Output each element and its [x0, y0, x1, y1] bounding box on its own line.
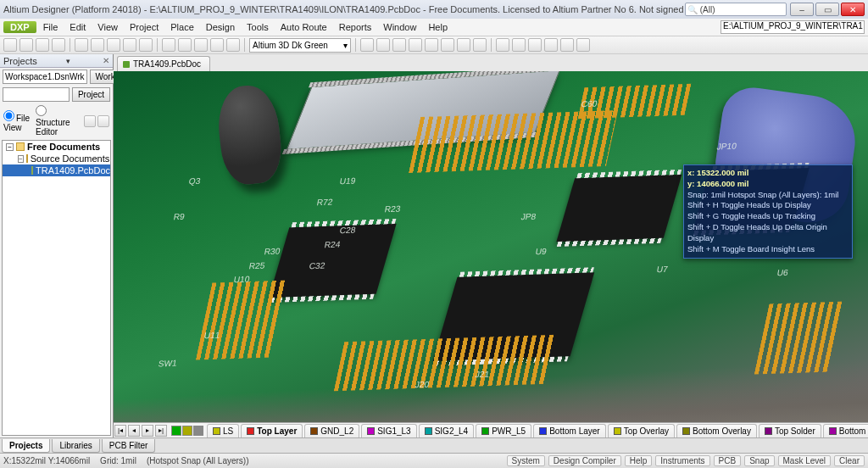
- toolbar-button[interactable]: [425, 38, 438, 52]
- panel-tab-projects[interactable]: Projects: [2, 439, 50, 453]
- pcb-3d-viewport[interactable]: R9 Q3 U19 R72 C28 R24 C32 R23 U10 R25 R3…: [114, 71, 868, 422]
- toolbar-button[interactable]: [512, 38, 526, 52]
- toolbar-button[interactable]: [75, 38, 88, 52]
- document-path-box[interactable]: E:\ALTIUM_PROJ_9_WINTER\TRA1…: [721, 20, 865, 34]
- status-button[interactable]: Snap: [744, 455, 774, 466]
- silkscreen-label: R25: [248, 260, 265, 270]
- layer-tab[interactable]: Top Layer: [241, 424, 303, 437]
- layer-tab[interactable]: PWR_L5: [476, 424, 531, 437]
- toolbar-button[interactable]: [576, 38, 590, 52]
- status-button[interactable]: PCB: [714, 455, 742, 466]
- layer-tab[interactable]: Bottom Layer: [533, 424, 605, 437]
- maximize-button[interactable]: ▭: [815, 3, 839, 16]
- silkscreen-label: JP8: [520, 211, 537, 221]
- status-button[interactable]: Clear: [834, 455, 865, 466]
- panel-tool-icon[interactable]: [97, 115, 109, 127]
- layer-tab[interactable]: SIG2_L4: [419, 424, 474, 437]
- toolbar-button[interactable]: [91, 38, 104, 52]
- menu-place[interactable]: Place: [165, 20, 199, 34]
- toolbar-button[interactable]: [3, 38, 17, 52]
- silkscreen-label: J21: [475, 370, 490, 380]
- layer-tab[interactable]: Bottom Overlay: [676, 424, 757, 437]
- radio-file-view[interactable]: File View: [3, 110, 34, 132]
- document-tab[interactable]: TRA1409.PcbDoc: [117, 56, 210, 71]
- layer-tab[interactable]: Top Overlay: [608, 424, 675, 437]
- layer-nav-prev[interactable]: ◂: [128, 425, 140, 437]
- status-button[interactable]: Help: [625, 455, 653, 466]
- layer-set-squares[interactable]: [171, 426, 203, 436]
- layer-tab[interactable]: LS: [207, 424, 239, 437]
- toolbar-button[interactable]: [409, 38, 422, 52]
- status-button[interactable]: Instruments: [655, 455, 709, 466]
- layer-tab[interactable]: Top Solder: [759, 424, 821, 437]
- toolbar-button[interactable]: [123, 38, 136, 52]
- status-button[interactable]: Mask Level: [778, 455, 832, 466]
- toolbar-button[interactable]: [226, 38, 240, 52]
- toolbar-button[interactable]: [162, 38, 175, 52]
- main-toolbar: Altium 3D Dk Green▾: [0, 36, 868, 54]
- silkscreen-label: U6: [776, 268, 789, 277]
- toolbar-button[interactable]: [52, 38, 65, 52]
- component-header-pins: [334, 334, 558, 391]
- tree-node-source-documents[interactable]: − Source Documents: [3, 153, 110, 164]
- menu-design[interactable]: Design: [201, 20, 240, 34]
- project-combo[interactable]: [3, 87, 70, 102]
- silkscreen-label: JP10: [716, 141, 737, 151]
- toolbar-button[interactable]: [36, 38, 49, 52]
- workspace-combo[interactable]: Workspace1.DsnWrk: [3, 70, 87, 84]
- menu-project[interactable]: Project: [125, 20, 164, 34]
- expander-icon[interactable]: −: [6, 143, 14, 151]
- toolbar-button[interactable]: [496, 38, 509, 52]
- layer-set-combo[interactable]: Altium 3D Dk Green▾: [249, 38, 351, 53]
- layer-color-swatch: [829, 427, 837, 435]
- dxp-menu[interactable]: DXP: [3, 21, 36, 33]
- menu-window[interactable]: Window: [378, 20, 421, 34]
- toolbar-button[interactable]: [19, 38, 33, 52]
- panel-close-icon[interactable]: ✕: [103, 56, 109, 65]
- toolbar-button[interactable]: [178, 38, 192, 52]
- project-button[interactable]: Project: [72, 87, 110, 102]
- minimize-button[interactable]: –: [790, 3, 814, 16]
- layer-nav-last[interactable]: ▸|: [155, 425, 167, 437]
- panel-tab-pcb-filter[interactable]: PCB Filter: [102, 439, 156, 453]
- toolbar-button[interactable]: [457, 38, 470, 52]
- toolbar-button[interactable]: [528, 38, 542, 52]
- expander-icon[interactable]: −: [18, 155, 24, 163]
- menu-view[interactable]: View: [92, 20, 123, 34]
- toolbar-button[interactable]: [107, 38, 120, 52]
- toolbar-button[interactable]: [544, 38, 558, 52]
- tree-node-free-documents[interactable]: − Free Documents: [3, 141, 110, 153]
- toolbar-button[interactable]: [376, 38, 390, 52]
- quick-search-input[interactable]: 🔍 (All): [685, 3, 787, 16]
- toolbar-button[interactable]: [473, 38, 487, 52]
- layer-tab[interactable]: SIG1_L3: [361, 424, 416, 437]
- toolbar-button[interactable]: [139, 38, 153, 52]
- close-button[interactable]: ✕: [841, 3, 865, 16]
- menu-reports[interactable]: Reports: [334, 20, 377, 34]
- layer-tab[interactable]: GND_L2: [304, 424, 359, 437]
- status-button[interactable]: Design Compiler: [548, 455, 621, 466]
- layer-nav-first[interactable]: |◂: [114, 425, 126, 437]
- layer-nav-next[interactable]: ▸: [142, 425, 153, 437]
- document-tab-row: TRA1409.PcbDoc: [114, 54, 868, 71]
- menu-file[interactable]: File: [38, 20, 64, 34]
- panel-tool-icon[interactable]: [84, 115, 96, 127]
- silkscreen-label: J20: [415, 380, 430, 390]
- panel-tab-libraries[interactable]: Libraries: [52, 439, 99, 453]
- menu-auto-route[interactable]: Auto Route: [275, 20, 332, 34]
- toolbar-button[interactable]: [560, 38, 574, 52]
- toolbar-button[interactable]: [194, 38, 208, 52]
- menu-tools[interactable]: Tools: [242, 20, 274, 34]
- pin-icon[interactable]: ▾: [66, 57, 70, 65]
- project-tree[interactable]: − Free Documents − Source Documents TRA1…: [2, 140, 111, 436]
- status-button[interactable]: System: [507, 455, 545, 466]
- menu-edit[interactable]: Edit: [64, 20, 91, 34]
- toolbar-button[interactable]: [360, 38, 374, 52]
- layer-tab[interactable]: Bottom Solder: [823, 424, 868, 437]
- radio-structure-editor[interactable]: Structure Editor: [36, 105, 82, 136]
- toolbar-button[interactable]: [441, 38, 454, 52]
- tree-node-pcbdoc[interactable]: TRA1409.PcbDoc: [3, 164, 110, 176]
- toolbar-button[interactable]: [392, 38, 406, 52]
- toolbar-button[interactable]: [210, 38, 224, 52]
- menu-help[interactable]: Help: [423, 20, 453, 34]
